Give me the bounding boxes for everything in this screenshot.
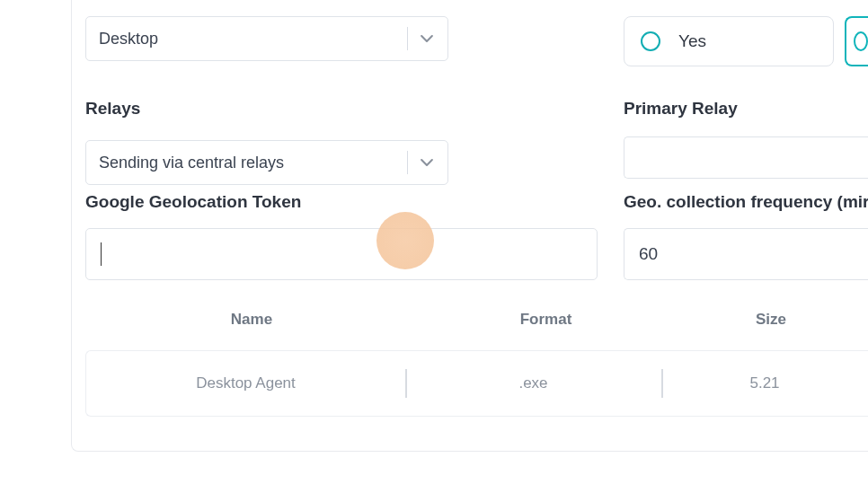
select-arrow-wrap [407,141,433,184]
text-caret [101,242,102,266]
radio-icon [854,31,868,51]
geo-frequency-value: 60 [639,244,658,264]
platform-select-value: Desktop [99,30,158,48]
table-row[interactable]: Desktop Agent .exe 5.21 [86,351,868,416]
geo-frequency-label: Geo. collection frequency (mir [624,192,868,212]
table-body: Desktop Agent .exe 5.21 [85,350,868,417]
col-header-size: Size [674,311,868,329]
cell-format: .exe [405,351,661,416]
google-geolocation-token-input[interactable] [85,228,598,280]
table-header: Name Format Size [85,302,868,350]
platform-select[interactable]: Desktop [85,16,448,61]
primary-relay-label: Primary Relay [624,99,868,119]
select-arrow-wrap [407,17,433,60]
relays-select[interactable]: Sending via central relays [85,140,448,185]
col-header-name: Name [85,311,418,329]
primary-relay-input[interactable] [624,136,868,179]
cell-name: Desktop Agent [86,351,405,416]
settings-panel: Desktop Relays Sending via central relay… [71,0,868,452]
select-separator [407,151,408,174]
google-geolocation-token-label: Google Geolocation Token [85,192,598,212]
select-separator [407,27,408,50]
chevron-down-icon [421,32,433,45]
yes-radio-label: Yes [678,31,706,51]
radio-icon [641,31,660,51]
downloads-table: Name Format Size Desktop Agent .exe 5.21 [85,302,868,417]
chevron-down-icon [421,156,433,169]
cell-size: 5.21 [661,351,868,416]
relays-label: Relays [85,99,448,119]
col-header-format: Format [418,311,674,329]
geo-frequency-input[interactable]: 60 [624,228,868,280]
yes-radio[interactable]: Yes [624,16,834,66]
relays-select-value: Sending via central relays [99,154,284,172]
partial-radio-option[interactable] [845,16,868,66]
